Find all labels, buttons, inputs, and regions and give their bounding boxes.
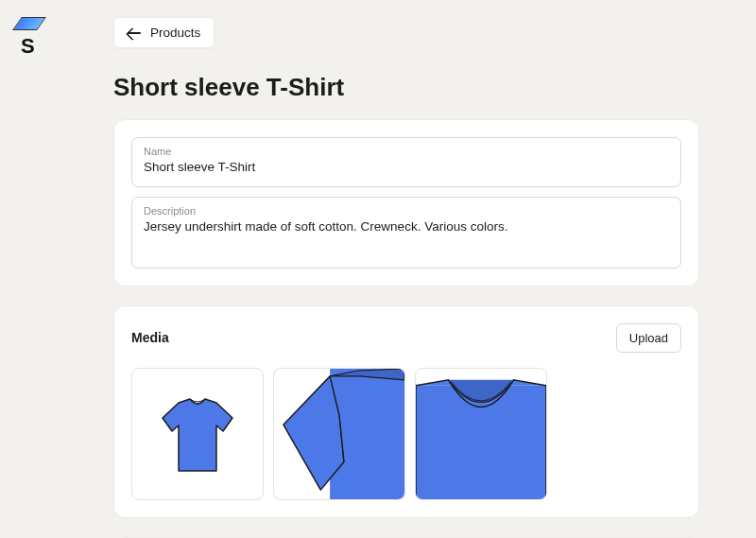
name-field[interactable]: Name Short sleeve T-Shirt <box>131 137 681 187</box>
name-label: Name <box>144 146 669 157</box>
name-value: Short sleeve T-Shirt <box>144 159 669 177</box>
tshirt-neck-icon <box>416 368 546 500</box>
media-thumbnail[interactable] <box>131 368 264 500</box>
description-label: Description <box>144 205 669 217</box>
tshirt-sleeve-icon <box>274 368 404 500</box>
media-card: Media Upload <box>113 305 699 518</box>
tshirt-full-icon <box>146 382 249 486</box>
basic-info-card: Name Short sleeve T-Shirt Description Je… <box>113 119 699 286</box>
upload-button[interactable]: Upload <box>616 323 681 353</box>
arrow-left-icon <box>128 27 143 39</box>
description-value: Jersey undershirt made of soft cotton. C… <box>144 218 669 236</box>
page-title: Short sleeve T-Shirt <box>113 73 699 102</box>
media-title: Media <box>131 330 169 345</box>
back-to-products-button[interactable]: Products <box>113 17 215 48</box>
description-field[interactable]: Description Jersey undershirt made of so… <box>131 197 681 269</box>
app-logo: S <box>11 17 45 55</box>
media-thumbnail[interactable] <box>415 368 547 500</box>
media-thumbnail[interactable] <box>273 368 405 500</box>
back-label: Products <box>150 26 200 40</box>
